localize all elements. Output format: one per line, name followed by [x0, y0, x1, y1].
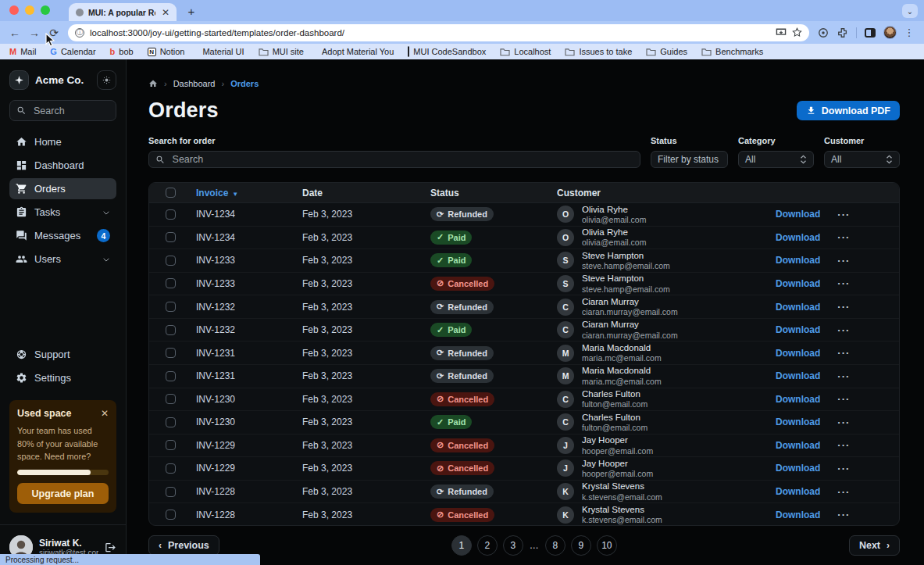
previous-page-button[interactable]: ‹Previous [148, 535, 219, 556]
row-checkbox[interactable] [166, 302, 176, 312]
tab-search-chevron-icon[interactable]: ⌄ [902, 4, 918, 18]
more-actions-button[interactable]: ··· [837, 393, 850, 405]
sidebar-item-messages[interactable]: Messages4 [9, 225, 116, 246]
logout-icon[interactable] [105, 542, 116, 553]
download-link[interactable]: Download [776, 232, 820, 243]
column-invoice[interactable]: Invoice▼ [196, 188, 302, 198]
order-search-input[interactable] [148, 151, 640, 168]
select-all-checkbox[interactable] [166, 188, 176, 198]
download-link[interactable]: Download [776, 255, 820, 266]
bookmark-benchmarks[interactable]: Benchmarks [701, 47, 763, 56]
download-link[interactable]: Download [776, 394, 820, 405]
sidebar-item-settings[interactable]: Settings [9, 367, 116, 388]
sidebar-item-support[interactable]: Support [9, 344, 116, 365]
download-pdf-button[interactable]: Download PDF [797, 101, 900, 120]
forward-button[interactable]: → [26, 24, 43, 41]
window-close-button[interactable] [9, 5, 19, 15]
download-link[interactable]: Download [776, 302, 820, 313]
more-actions-button[interactable]: ··· [837, 277, 850, 289]
row-checkbox[interactable] [166, 256, 176, 266]
window-zoom-button[interactable] [41, 5, 50, 15]
page-button-9[interactable]: 9 [571, 535, 591, 556]
bookmark-mui-site[interactable]: MUI site [259, 47, 304, 56]
page-button-3[interactable]: 3 [503, 535, 523, 556]
breadcrumb-dashboard[interactable]: Dashboard [173, 79, 216, 88]
category-filter-select[interactable]: All [738, 151, 814, 168]
bookmark-localhost[interactable]: Localhost [500, 47, 551, 56]
more-actions-button[interactable]: ··· [837, 301, 850, 313]
bookmark-star-icon[interactable] [792, 27, 802, 38]
row-checkbox[interactable] [166, 394, 176, 404]
upgrade-plan-button[interactable]: Upgrade plan [17, 483, 109, 504]
more-actions-button[interactable]: ··· [837, 509, 850, 520]
sidebar-item-users[interactable]: Users [9, 249, 116, 270]
new-tab-button[interactable]: + [183, 2, 200, 20]
breadcrumb-orders[interactable]: Orders [230, 79, 259, 88]
privacy-badge-icon[interactable] [815, 24, 832, 41]
page-button-10[interactable]: 10 [597, 535, 617, 556]
row-checkbox[interactable] [166, 232, 176, 242]
download-link[interactable]: Download [776, 278, 820, 289]
sidebar-item-dashboard[interactable]: Dashboard [9, 155, 116, 176]
bookmark-material-ui[interactable]: Material UI [198, 47, 244, 56]
reload-button[interactable]: ⟳ [45, 24, 62, 41]
sidebar-item-home[interactable]: Home [9, 131, 116, 152]
row-checkbox[interactable] [166, 487, 176, 497]
row-checkbox[interactable] [166, 463, 176, 474]
page-button-8[interactable]: 8 [545, 535, 565, 556]
bookmark-adopt-material-you[interactable]: Adopt Material You [318, 47, 394, 56]
more-actions-button[interactable]: ··· [837, 324, 850, 336]
row-checkbox[interactable] [166, 440, 176, 450]
home-icon[interactable] [148, 79, 158, 88]
bookmark-mui-codesandbox[interactable]: MUI CodeSandbox [408, 47, 486, 56]
download-link[interactable]: Download [776, 370, 820, 381]
bookmark-bob[interactable]: bbob [110, 47, 134, 56]
close-icon[interactable]: ✕ [101, 408, 109, 419]
browser-tab[interactable]: MUI: A popular React UI fram ✕ [69, 3, 177, 21]
profile-avatar[interactable] [881, 24, 898, 41]
more-actions-button[interactable]: ··· [837, 463, 850, 474]
row-checkbox[interactable] [166, 417, 176, 427]
row-checkbox[interactable] [166, 209, 176, 220]
more-actions-button[interactable]: ··· [837, 417, 850, 428]
side-panel-icon[interactable] [862, 24, 879, 41]
url-bar[interactable]: ⓘ localhost:3000/joy-ui/getting-started/… [68, 24, 809, 41]
page-button-1[interactable]: 1 [451, 535, 472, 556]
more-actions-button[interactable]: ··· [837, 231, 850, 243]
customer-filter-select[interactable]: All [824, 151, 900, 168]
download-link[interactable]: Download [776, 209, 820, 220]
theme-toggle-button[interactable] [97, 70, 116, 90]
row-checkbox[interactable] [166, 325, 176, 335]
more-actions-button[interactable]: ··· [837, 439, 850, 451]
download-link[interactable]: Download [776, 440, 820, 451]
site-info-icon[interactable]: ⓘ [75, 28, 84, 38]
download-link[interactable]: Download [776, 348, 820, 359]
status-filter-select[interactable]: Filter by status [651, 151, 728, 168]
more-actions-button[interactable]: ··· [837, 209, 850, 220]
bookmark-calendar[interactable]: GCalendar [50, 47, 95, 56]
more-actions-button[interactable]: ··· [837, 486, 850, 498]
page-button-2[interactable]: 2 [477, 535, 498, 556]
tab-close-icon[interactable]: ✕ [160, 7, 171, 18]
sidebar-item-tasks[interactable]: Tasks [9, 202, 116, 223]
sidebar-item-orders[interactable]: Orders [9, 178, 116, 199]
download-link[interactable]: Download [776, 417, 820, 427]
more-actions-button[interactable]: ··· [837, 255, 850, 266]
sidebar-search-input[interactable] [9, 100, 116, 121]
next-page-button[interactable]: Next› [849, 535, 900, 556]
row-checkbox[interactable] [166, 371, 176, 381]
download-link[interactable]: Download [776, 510, 820, 520]
browser-menu-icon[interactable]: ⋮ [901, 24, 918, 41]
install-app-icon[interactable] [776, 28, 787, 38]
bookmark-mail[interactable]: MMail [9, 47, 36, 56]
download-link[interactable]: Download [776, 324, 820, 335]
extensions-puzzle-icon[interactable] [834, 24, 851, 41]
bookmark-notion[interactable]: NNotion [148, 47, 185, 56]
row-checkbox[interactable] [166, 278, 176, 288]
more-actions-button[interactable]: ··· [837, 370, 850, 382]
bookmark-guides[interactable]: Guides [646, 47, 687, 56]
bookmark-issues-to-take[interactable]: Issues to take [565, 47, 632, 56]
more-actions-button[interactable]: ··· [837, 347, 850, 359]
download-link[interactable]: Download [776, 463, 820, 474]
back-button[interactable]: ← [6, 24, 23, 41]
